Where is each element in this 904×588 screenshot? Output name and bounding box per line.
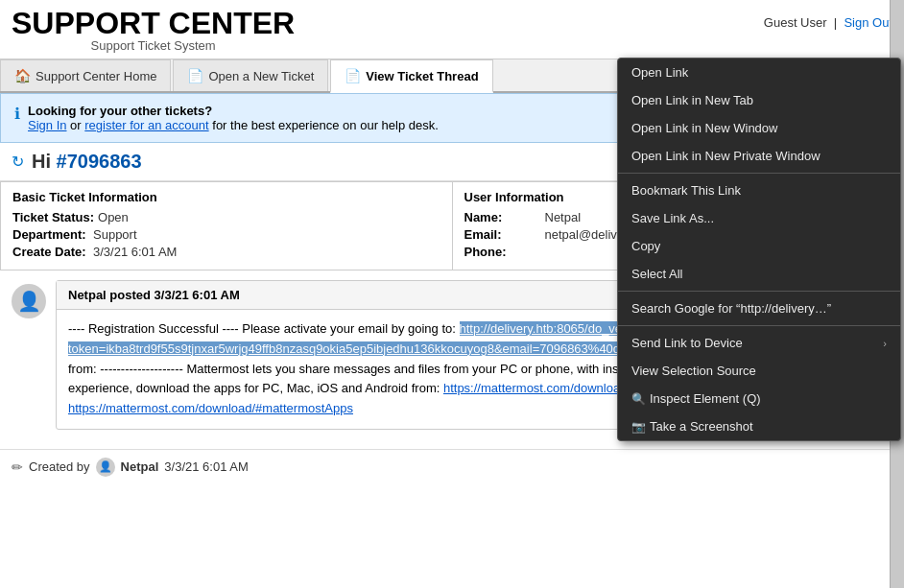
- tab-new-ticket[interactable]: 📄 Open a New Ticket: [173, 59, 328, 91]
- status-row: Ticket Status: Open: [12, 210, 440, 224]
- info-icon: ℹ: [14, 105, 20, 123]
- tab-view-thread[interactable]: 📄 View Ticket Thread: [330, 59, 492, 93]
- sign-out-link[interactable]: Sign Out: [844, 15, 892, 30]
- mattermost-link2[interactable]: https://mattermost.com/download/#matterm…: [68, 401, 353, 415]
- banner-text: Looking for your other tickets? Sign In …: [28, 104, 439, 132]
- message-author: Netpal: [68, 288, 107, 302]
- ctx-open-new-tab[interactable]: Open Link in New Tab: [618, 86, 900, 114]
- tab-view-thread-label: View Ticket Thread: [366, 69, 478, 83]
- screenshot-icon: 📷: [631, 420, 646, 434]
- ctx-save-link[interactable]: Save Link As...: [618, 204, 900, 232]
- body-prefix: ---- Registration Successful ---- Please…: [68, 321, 460, 336]
- ctx-open-private[interactable]: Open Link in New Private Window: [618, 142, 900, 170]
- name-value: Netpal: [545, 210, 582, 224]
- context-menu: Open Link Open Link in New Tab Open Link…: [617, 58, 901, 441]
- basic-info-section: Basic Ticket Information Ticket Status: …: [1, 182, 452, 270]
- guest-user-label: Guest User: [764, 15, 827, 30]
- create-date-row: Create Date: 3/3/21 6:01 AM: [12, 245, 440, 259]
- ctx-screenshot[interactable]: 📷Take a Screenshot: [618, 412, 900, 440]
- message-posted: posted 3/3/21 6:01 AM: [109, 288, 239, 302]
- banner-or: or: [70, 118, 84, 132]
- tab-new-ticket-label: Open a New Ticket: [208, 69, 314, 83]
- ctx-send-link[interactable]: Send Link to Device ›: [618, 329, 900, 357]
- department-value: Support: [93, 227, 137, 242]
- ctx-view-source[interactable]: View Selection Source: [618, 357, 900, 385]
- phone-label: Phone:: [464, 245, 541, 259]
- name-label: Name:: [464, 210, 541, 224]
- create-date-value: 3/3/21 6:01 AM: [93, 245, 177, 259]
- created-by-label: Created by: [29, 459, 90, 474]
- separator-1: [618, 173, 900, 174]
- department-label: Department:: [12, 227, 89, 242]
- register-link[interactable]: register for an account: [84, 118, 208, 132]
- create-date-label: Create Date:: [12, 245, 89, 259]
- tab-home-label: Support Center Home: [36, 69, 156, 83]
- status-label: Ticket Status:: [12, 210, 94, 224]
- new-ticket-icon: 📄: [187, 68, 203, 83]
- footer: ✏ Created by 👤 Netpal 3/3/21 6:01 AM: [0, 449, 904, 484]
- email-label: Email:: [464, 227, 541, 242]
- home-icon: 🏠: [14, 68, 31, 83]
- pencil-icon: ✏: [12, 459, 23, 475]
- site-subtitle: Support Ticket System: [12, 38, 295, 53]
- header-left: SUPPORT CENTER Support Ticket System: [12, 8, 295, 53]
- status-value: Open: [98, 210, 129, 224]
- view-thread-icon: 📄: [345, 68, 361, 83]
- created-user: Netpal: [121, 459, 159, 474]
- send-link-arrow: ›: [883, 338, 887, 349]
- avatar: 👤: [12, 284, 46, 318]
- separator-3: [618, 325, 900, 326]
- created-date: 3/3/21 6:01 AM: [164, 459, 248, 474]
- hi-label: Hi: [32, 151, 57, 172]
- ctx-copy[interactable]: Copy: [618, 232, 900, 260]
- created-avatar: 👤: [96, 458, 115, 477]
- site-title: SUPPORT CENTER: [12, 8, 295, 38]
- ctx-open-link[interactable]: Open Link: [618, 59, 900, 86]
- ctx-inspect[interactable]: 🔍Inspect Element (Q): [618, 385, 900, 412]
- banner-title: Looking for your other tickets?: [28, 104, 212, 118]
- refresh-icon[interactable]: ↻: [12, 153, 24, 171]
- basic-info-header: Basic Ticket Information: [12, 190, 440, 204]
- header: SUPPORT CENTER Support Ticket System Gue…: [0, 0, 904, 59]
- separator-2: [618, 291, 900, 292]
- header-right: Guest User | Sign Out: [764, 8, 892, 30]
- banner-suffix: for the best experience on our help desk…: [212, 118, 439, 132]
- ctx-bookmark[interactable]: Bookmark This Link: [618, 176, 900, 204]
- ctx-select-all[interactable]: Select All: [618, 260, 900, 288]
- ticket-id: Hi #7096863: [32, 151, 142, 173]
- signin-link[interactable]: Sign In: [28, 118, 66, 132]
- tab-home[interactable]: 🏠 Support Center Home: [0, 59, 171, 91]
- ctx-search-google[interactable]: Search Google for “http://delivery…”: [618, 294, 900, 322]
- ctx-open-new-window[interactable]: Open Link in New Window: [618, 114, 900, 142]
- department-row: Department: Support: [12, 227, 440, 242]
- inspect-icon: 🔍: [631, 392, 646, 406]
